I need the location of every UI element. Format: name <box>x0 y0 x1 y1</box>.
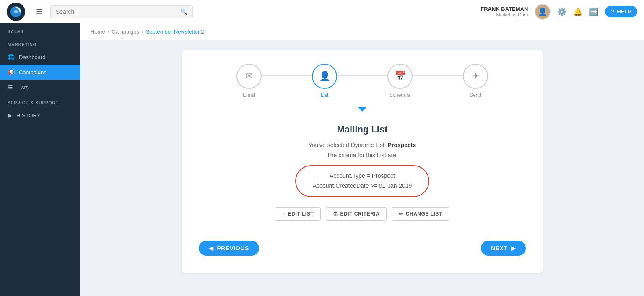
wizard-container: ✉ Email 👤 List 📅 Schedule <box>182 50 543 273</box>
content-area: Home / Campaigns / September Newsletter.… <box>80 23 644 296</box>
breadcrumb-campaigns[interactable]: Campaigns <box>112 29 139 35</box>
step-circle-schedule: 📅 <box>387 64 413 89</box>
help-icon: ? <box>611 8 614 15</box>
step-label-list: List <box>321 92 329 98</box>
edit-criteria-button[interactable]: ⚗ EDIT CRITERIA <box>326 207 387 221</box>
main-layout: SALES MARKETING 🌐 Dashboard 📢 Campaigns … <box>0 23 644 296</box>
sidebar-item-campaigns[interactable]: 📢 Campaigns <box>0 65 80 80</box>
wizard-steps: ✉ Email 👤 List 📅 Schedule <box>199 64 526 98</box>
criteria-label: The criteria for this List are: <box>199 152 526 158</box>
navbar: ☰ 🔍 FRANK BATEMAN Marketing Guru 👤 ⚙️ 🔔 … <box>0 0 644 23</box>
dashboard-icon: 🌐 <box>8 54 15 60</box>
mailing-list-section: Mailing List You've selected Dynamic Lis… <box>199 121 526 231</box>
user-name: FRANK BATEMAN <box>480 6 528 13</box>
wizard-step-send: ✈ Send <box>463 64 488 98</box>
sidebar-item-history[interactable]: ▶ HISTORY <box>0 108 80 123</box>
breadcrumb-home[interactable]: Home <box>91 29 105 35</box>
edit-list-button[interactable]: ≡ EDIT LIST <box>275 207 321 221</box>
breadcrumb-sep-1: / <box>108 29 109 35</box>
change-list-icon: ✏ <box>399 211 403 217</box>
list-name: Prospects <box>388 142 416 148</box>
next-label: NEXT <box>491 245 507 252</box>
wizard-step-list: 👤 List <box>312 64 337 98</box>
breadcrumb-sep-2: / <box>142 29 143 35</box>
step-circle-send: ✈ <box>463 64 488 89</box>
step-label-send: Send <box>470 92 481 98</box>
page-main: ✉ Email 👤 List 📅 Schedule <box>80 40 644 296</box>
breadcrumb-current: September Newsletter.2 <box>146 29 204 35</box>
search-bar: 🔍 <box>50 5 193 18</box>
sidebar-section-marketing: MARKETING <box>0 36 80 49</box>
history-chevron-icon: ▶ <box>8 112 12 119</box>
criteria-line-2: Account.CreatedDate >= 01-Jan-2019 <box>313 181 412 191</box>
previous-button[interactable]: ◀ PREVIOUS <box>199 241 259 256</box>
svg-point-1 <box>14 10 18 13</box>
change-list-label: CHANGE LIST <box>406 211 442 217</box>
sidebar-item-lists[interactable]: ☰ Lists <box>0 80 80 95</box>
sidebar-section-sales: SALES <box>0 23 80 36</box>
step-connector-3 <box>413 75 463 76</box>
settings-icon[interactable]: ⚙️ <box>557 7 566 16</box>
edit-criteria-label: EDIT CRITERIA <box>340 211 380 217</box>
search-icon: 🔍 <box>180 8 187 15</box>
sidebar-item-label-dashboard: Dashboard <box>19 54 46 60</box>
action-buttons: ≡ EDIT LIST ⚗ EDIT CRITERIA ✏ CHANGE LIS… <box>199 207 526 221</box>
logout-icon[interactable]: ➡️ <box>589 7 598 16</box>
lists-icon: ☰ <box>8 84 13 91</box>
step-connector-1 <box>262 75 312 76</box>
step-pointer-wrapper <box>199 108 526 112</box>
search-input[interactable] <box>56 8 177 15</box>
user-role: Marketing Guru <box>480 12 528 17</box>
step-connector-2 <box>337 75 387 76</box>
mailing-list-subtitle: You've selected Dynamic List: Prospects <box>199 142 526 148</box>
next-arrow-icon: ▶ <box>511 245 516 252</box>
mailing-list-title: Mailing List <box>199 124 526 135</box>
prev-arrow-icon: ◀ <box>209 245 214 252</box>
notifications-icon[interactable]: 🔔 <box>573 7 582 16</box>
edit-criteria-icon: ⚗ <box>333 211 338 217</box>
sidebar: SALES MARKETING 🌐 Dashboard 📢 Campaigns … <box>0 23 80 296</box>
criteria-oval: Account.Type = Prospect Account.CreatedD… <box>295 165 430 197</box>
edit-list-label: EDIT LIST <box>288 211 314 217</box>
app-logo <box>7 3 25 21</box>
subtitle-prefix: You've selected Dynamic List: <box>309 142 388 148</box>
criteria-text: Account.Type = Prospect Account.CreatedD… <box>313 171 412 191</box>
edit-list-icon: ≡ <box>282 211 286 217</box>
campaigns-icon: 📢 <box>8 69 15 75</box>
breadcrumb: Home / Campaigns / September Newsletter.… <box>80 23 644 40</box>
avatar: 👤 <box>535 4 551 20</box>
step-circle-email: ✉ <box>236 64 262 89</box>
sidebar-item-label-campaigns: Campaigns <box>19 69 47 75</box>
step-label-email: Email <box>243 92 255 98</box>
prev-label: PREVIOUS <box>217 245 249 252</box>
change-list-button[interactable]: ✏ CHANGE LIST <box>392 207 449 221</box>
criteria-line-1: Account.Type = Prospect <box>313 171 412 181</box>
wizard-step-email: ✉ Email <box>236 64 262 98</box>
sidebar-section-service: SERVICE & SUPPORT <box>0 95 80 108</box>
nav-buttons: ◀ PREVIOUS NEXT ▶ <box>199 241 526 256</box>
help-button[interactable]: ? HELP <box>605 6 637 17</box>
next-button[interactable]: NEXT ▶ <box>481 241 526 256</box>
user-info: FRANK BATEMAN Marketing Guru <box>480 6 528 18</box>
step-circle-list: 👤 <box>312 64 337 89</box>
hamburger-button[interactable]: ☰ <box>34 5 45 19</box>
navbar-right: FRANK BATEMAN Marketing Guru 👤 ⚙️ 🔔 ➡️ ?… <box>480 4 637 20</box>
sidebar-item-label-history: HISTORY <box>16 112 40 119</box>
sidebar-item-dashboard[interactable]: 🌐 Dashboard <box>0 49 80 65</box>
step-pointer <box>358 107 366 112</box>
step-label-schedule: Schedule <box>390 92 410 98</box>
sidebar-item-label-lists: Lists <box>17 84 29 91</box>
wizard-step-schedule: 📅 Schedule <box>387 64 413 98</box>
